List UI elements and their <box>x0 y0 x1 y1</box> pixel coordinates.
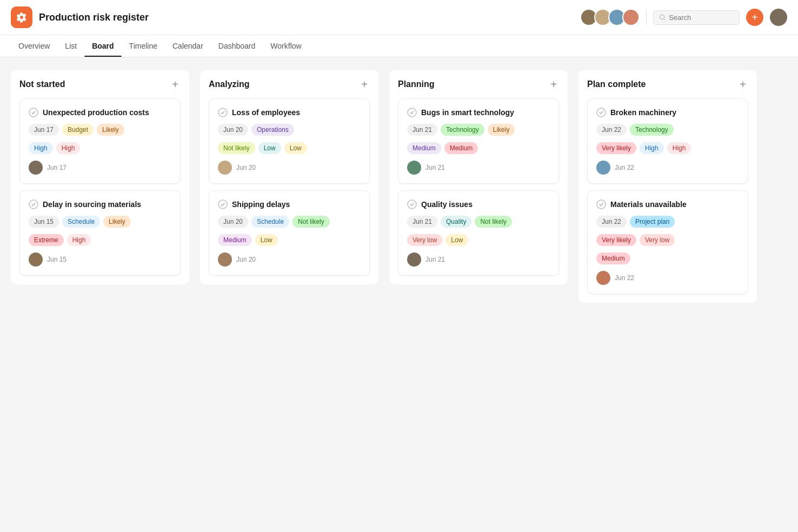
card-avatar-c3 <box>218 161 232 175</box>
card-footer-c4: Jun 20 <box>218 252 361 267</box>
card-c7[interactable]: Broken machinery Jun 22TechnologyVery li… <box>587 98 748 184</box>
nav-overview[interactable]: Overview <box>11 35 57 57</box>
card-title-c5: Bugs in smart technology <box>421 108 514 117</box>
tags-row1-c3: Jun 20Operations <box>218 124 361 136</box>
svg-point-0 <box>660 15 664 19</box>
tag: Jun 17 <box>29 124 59 136</box>
tags-row2-c8: Very likelyVery low <box>596 234 739 246</box>
tag: Likely <box>103 216 131 228</box>
card-date-c1: Jun 17 <box>47 164 66 171</box>
column-title-plan-complete: Plan complete <box>587 79 646 89</box>
add-card-button-plan-complete[interactable]: + <box>737 79 748 90</box>
tags-row2-c1: HighHigh <box>29 142 171 154</box>
card-title-c2: Delay in sourcing materials <box>43 200 141 209</box>
tag: Very low <box>407 234 442 246</box>
column-planning: Planning + Bugs in smart technology Jun … <box>389 70 568 284</box>
card-avatar-c2 <box>29 252 43 267</box>
nav-board[interactable]: Board <box>84 35 121 57</box>
tag: Low <box>258 142 281 154</box>
column-title-planning: Planning <box>398 79 435 89</box>
tag: Jun 21 <box>407 216 437 228</box>
tag: Project plan <box>630 216 675 228</box>
card-footer-c2: Jun 15 <box>29 252 171 267</box>
svg-line-1 <box>663 18 664 19</box>
card-title-c3: Loss of employees <box>232 108 300 117</box>
card-avatar-c8 <box>596 271 610 285</box>
tag: Schedule <box>62 216 100 228</box>
card-title-c1: Unexpected production costs <box>43 108 149 117</box>
card-c8[interactable]: Materials unavailable Jun 22Project plan… <box>587 190 748 294</box>
column-title-not-started: Not started <box>19 79 65 89</box>
card-footer-c3: Jun 20 <box>218 161 361 175</box>
nav-dashboard[interactable]: Dashboard <box>211 35 263 57</box>
card-c2[interactable]: Delay in sourcing materials Jun 15Schedu… <box>19 190 181 276</box>
nav-calendar[interactable]: Calendar <box>165 35 211 57</box>
column-plan-complete: Plan complete + Broken machinery Jun 22T… <box>578 70 757 303</box>
current-user-avatar <box>770 9 787 26</box>
tag: High <box>667 142 691 154</box>
search-input[interactable] <box>669 14 734 22</box>
tag: Operations <box>251 124 294 136</box>
tag: High <box>640 142 664 154</box>
nav-workflow[interactable]: Workflow <box>263 35 309 57</box>
tag: Technology <box>441 124 484 136</box>
tag: Jun 20 <box>218 124 248 136</box>
search-box[interactable] <box>653 10 740 25</box>
card-c6[interactable]: Quality issues Jun 21QualityNot likelyVe… <box>398 190 559 276</box>
card-c3[interactable]: Loss of employees Jun 20OperationsNot li… <box>209 98 370 184</box>
card-title-c7: Broken machinery <box>610 108 676 117</box>
gear-icon <box>16 12 27 23</box>
nav-timeline[interactable]: Timeline <box>122 35 165 57</box>
tag: Likely <box>97 124 124 136</box>
card-footer-c8: Jun 22 <box>596 271 739 285</box>
board: Not started + Unexpected production cost… <box>0 57 798 316</box>
card-date-c6: Jun 21 <box>425 256 445 263</box>
card-avatar-c5 <box>407 161 421 175</box>
card-check-c7 <box>596 108 606 117</box>
app-icon <box>11 6 32 28</box>
tag: High <box>29 142 53 154</box>
tags-row3-c8: Medium <box>596 252 739 264</box>
column-analyzing: Analyzing + Loss of employees Jun 20Oper… <box>200 70 378 284</box>
tag: Low <box>284 142 307 154</box>
tag: Extreme <box>29 234 64 246</box>
card-title-c4: Shipping delays <box>232 200 290 209</box>
add-card-button-not-started[interactable]: + <box>170 79 181 90</box>
tags-row1-c8: Jun 22Project plan <box>596 216 739 228</box>
card-date-c2: Jun 15 <box>47 256 66 263</box>
avatar-4 <box>622 9 640 26</box>
card-check-c5 <box>407 108 417 117</box>
card-date-c5: Jun 21 <box>425 164 445 171</box>
column-not-started: Not started + Unexpected production cost… <box>11 70 189 284</box>
tags-row1-c7: Jun 22Technology <box>596 124 739 136</box>
card-c5[interactable]: Bugs in smart technology Jun 21Technolog… <box>398 98 559 184</box>
tag: Low <box>255 234 278 246</box>
card-c1[interactable]: Unexpected production costs Jun 17Budget… <box>19 98 181 184</box>
tags-row2-c2: ExtremeHigh <box>29 234 171 246</box>
card-date-c4: Jun 20 <box>236 256 256 263</box>
card-check-c8 <box>596 200 606 209</box>
card-check-c1 <box>29 108 38 117</box>
tags-row1-c4: Jun 20ScheduleNot likely <box>218 216 361 228</box>
card-title-c6: Quality issues <box>421 200 473 209</box>
tags-row1-c6: Jun 21QualityNot likely <box>407 216 550 228</box>
card-footer-c5: Jun 21 <box>407 161 550 175</box>
tags-row2-c7: Very likelyHighHigh <box>596 142 739 154</box>
column-title-analyzing: Analyzing <box>209 79 250 89</box>
tag: Jun 21 <box>407 124 437 136</box>
card-footer-c6: Jun 21 <box>407 252 550 267</box>
card-check-c2 <box>29 200 38 209</box>
add-card-button-analyzing[interactable]: + <box>359 79 370 90</box>
tag: Jun 15 <box>29 216 59 228</box>
add-button[interactable]: + <box>746 9 763 26</box>
tag: Not likely <box>292 216 330 228</box>
nav-list[interactable]: List <box>57 35 84 57</box>
add-card-button-planning[interactable]: + <box>548 79 559 90</box>
card-footer-c7: Jun 22 <box>596 161 739 175</box>
tag: High <box>56 142 81 154</box>
tag: Technology <box>630 124 674 136</box>
main-nav: Overview List Board Timeline Calendar Da… <box>0 35 798 57</box>
card-check-c4 <box>218 200 228 209</box>
card-c4[interactable]: Shipping delays Jun 20ScheduleNot likely… <box>209 190 370 276</box>
card-check-c3 <box>218 108 228 117</box>
